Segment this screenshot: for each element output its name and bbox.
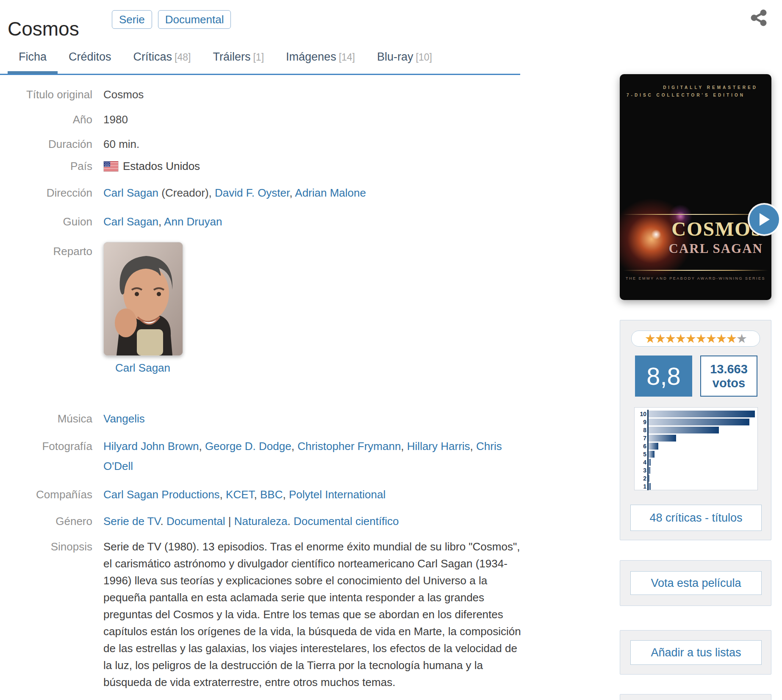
- tab-bluray[interactable]: Blu-ray[10]: [366, 44, 443, 75]
- histogram-row: 4: [637, 458, 755, 466]
- vote-button[interactable]: Vota esta película: [630, 571, 762, 595]
- histogram-bar: [649, 475, 649, 482]
- separator: |: [225, 515, 234, 528]
- poster-top-line2: 7-DISC COLLECTOR'S EDITION: [620, 93, 771, 97]
- star-rating[interactable]: ★★★★★★★★★★: [631, 331, 760, 347]
- histogram-label: 4: [637, 459, 646, 465]
- country-value: Estados Unidos: [123, 159, 200, 173]
- votes-count: 13.663: [710, 362, 748, 376]
- company-link[interactable]: BBC: [260, 488, 283, 501]
- tab-trailers[interactable]: Tráilers[1]: [202, 44, 275, 75]
- tab-creditos[interactable]: Créditos: [58, 44, 122, 75]
- cinematographer-link[interactable]: George D. Dodge: [205, 440, 291, 453]
- histogram-label: 8: [637, 427, 646, 433]
- writer-link[interactable]: Ann Druyan: [164, 215, 222, 228]
- tab-imagenes-label: Imágenes: [286, 50, 336, 63]
- separator: ,: [291, 440, 297, 453]
- tab-ficha[interactable]: Ficha: [8, 44, 58, 75]
- cast-member-card[interactable]: Carl Sagan: [103, 242, 182, 375]
- company-link[interactable]: Carl Sagan Productions: [103, 488, 220, 501]
- director-link[interactable]: Carl Sagan: [103, 186, 158, 199]
- tab-bluray-label: Blu-ray: [377, 50, 413, 63]
- histogram-bar: [649, 419, 749, 425]
- composer-link[interactable]: Vangelis: [103, 412, 145, 425]
- cinematographer-link[interactable]: Hillary Harris: [407, 440, 470, 453]
- director-link[interactable]: Adrian Malone: [295, 186, 366, 199]
- histogram-bar: [649, 483, 651, 490]
- info-row-direction: Dirección Carl Sagan (Creador), David F.…: [0, 186, 366, 200]
- creator-note: (Creador),: [158, 186, 215, 199]
- star-icon[interactable]: ★: [696, 333, 706, 345]
- company-link[interactable]: KCET: [226, 488, 254, 501]
- poster-top-line1: DIGITALLY REMASTERED: [620, 85, 771, 90]
- star-icon[interactable]: ★: [675, 333, 685, 345]
- info-label: Sinopsis: [0, 538, 92, 555]
- badge-documental[interactable]: Documental: [158, 10, 231, 29]
- title-badges: Serie Documental: [112, 10, 231, 29]
- star-icon[interactable]: ★: [716, 333, 726, 345]
- poster-nebula-art: [620, 74, 771, 300]
- writer-link[interactable]: Carl Sagan: [103, 215, 158, 228]
- separator: ,: [283, 488, 288, 501]
- star-icon[interactable]: ★: [736, 333, 746, 345]
- info-row-companies: Compañías Carl Sagan Productions, KCET, …: [0, 488, 385, 501]
- tab-imagenes[interactable]: Imágenes[14]: [275, 44, 366, 75]
- tab-imagenes-count: [14]: [339, 52, 355, 63]
- info-row-original-title: Título original Cosmos: [0, 88, 144, 101]
- lists-panel: Añadir a tus listas: [620, 630, 771, 675]
- rating-panel: ★★★★★★★★★★ 8,8 13.663 votos 10987654321 …: [620, 320, 771, 540]
- cast-member-name[interactable]: Carl Sagan: [103, 361, 182, 375]
- histogram-row: 1: [637, 482, 755, 490]
- original-title-value: Cosmos: [103, 88, 144, 101]
- info-row-genre: Género Serie de TV. Documental | Natural…: [0, 514, 399, 528]
- histogram-bar: [649, 459, 651, 466]
- cast-photo[interactable]: [103, 242, 183, 356]
- histogram-label: 6: [637, 443, 646, 449]
- company-link[interactable]: Polytel International: [289, 488, 385, 501]
- histogram-row: 8: [637, 426, 755, 434]
- info-label: Guion: [0, 215, 92, 228]
- badge-serie[interactable]: Serie: [112, 10, 152, 29]
- duration-value: 60 min.: [103, 137, 139, 151]
- play-trailer-button[interactable]: [749, 205, 779, 234]
- genre-link[interactable]: Naturaleza: [234, 515, 288, 528]
- star-icon[interactable]: ★: [665, 333, 675, 345]
- share-icon[interactable]: [751, 9, 768, 26]
- us-flag-icon: [103, 161, 119, 172]
- reviews-button[interactable]: 48 críticas - títulos: [630, 505, 762, 531]
- play-icon: [758, 212, 771, 227]
- info-row-country: País Estados Unidos: [0, 159, 200, 173]
- star-icon[interactable]: ★: [726, 333, 736, 345]
- histogram-label: 1: [637, 483, 646, 489]
- separator: .: [288, 515, 294, 528]
- poster-author: CARL SAGAN: [669, 241, 763, 256]
- director-link[interactable]: David F. Oyster: [215, 186, 289, 199]
- histogram-bar: [649, 451, 654, 458]
- tab-criticas-count: [48]: [175, 52, 191, 63]
- film-detail-page: { "header": { "title": "Cosmos", "badges…: [0, 0, 782, 700]
- cinematographer-link[interactable]: Christopher Frymann: [297, 440, 401, 453]
- section-tabs: Ficha Créditos Críticas[48] Tráilers[1] …: [0, 44, 520, 75]
- genre-link[interactable]: Documental: [166, 515, 225, 528]
- info-label: Género: [0, 514, 92, 528]
- histogram-bar: [649, 411, 755, 417]
- cinematographer-link[interactable]: Hilyard John Brown: [103, 440, 199, 453]
- genre-link[interactable]: Documental científico: [294, 515, 399, 528]
- star-icon[interactable]: ★: [645, 333, 655, 345]
- histogram-label: 9: [637, 419, 646, 425]
- separator: ,: [199, 440, 205, 453]
- film-poster[interactable]: DIGITALLY REMASTERED 7-DISC COLLECTOR'S …: [620, 74, 771, 300]
- info-label: País: [0, 159, 92, 173]
- genre-link[interactable]: Serie de TV: [103, 515, 160, 528]
- star-icon[interactable]: ★: [685, 333, 696, 345]
- info-row-cinematography: Fotografía Hilyard John Brown, George D.…: [0, 436, 523, 476]
- tab-criticas[interactable]: Críticas[48]: [122, 44, 202, 75]
- page-title: Cosmos: [8, 17, 79, 40]
- add-to-lists-button[interactable]: Añadir a tus listas: [630, 640, 762, 665]
- star-icon[interactable]: ★: [655, 333, 665, 345]
- star-icon[interactable]: ★: [706, 333, 716, 345]
- next-panel-partial: [620, 694, 771, 700]
- info-row-music: Música Vangelis: [0, 412, 145, 425]
- info-row-duration: Duración 60 min.: [0, 137, 139, 151]
- tab-bluray-count: [10]: [416, 52, 432, 63]
